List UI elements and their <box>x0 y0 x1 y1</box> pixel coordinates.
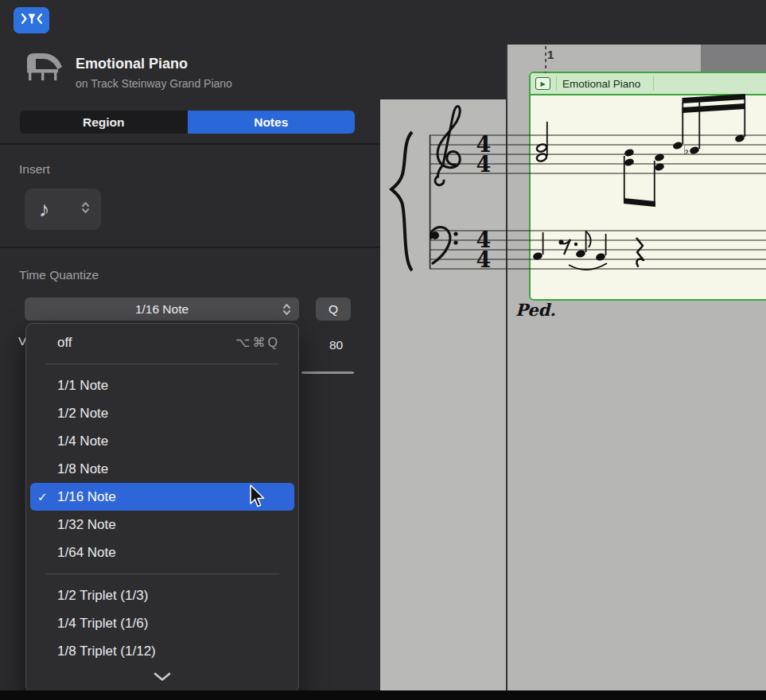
menu-item[interactable]: 1/1 Note <box>30 371 294 399</box>
menu-item-label: 1/2 Note <box>57 406 108 422</box>
menu-item[interactable]: 1/4 Triplet (1/6) <box>30 609 294 637</box>
menu-item-label: 1/4 Note <box>57 434 108 449</box>
ruler-dark-block <box>701 45 766 72</box>
eighth-note-icon: ♪ <box>39 199 50 220</box>
menu-item-label: 1/8 Triplet (1/12) <box>57 644 156 659</box>
menu-item-label: 1/32 Note <box>57 517 116 533</box>
section-divider <box>0 143 380 145</box>
menu-item-label: 1/8 Note <box>57 461 108 477</box>
mouse-cursor <box>247 484 266 512</box>
region-header: ▶ Emotional Piano <box>531 73 766 95</box>
menu-item-label: 1/16 Note <box>57 489 116 505</box>
time-quantize-value: 1/16 Note <box>135 302 189 317</box>
time-quantize-label: Time Quantize <box>19 268 99 282</box>
chevron-down-icon <box>153 671 172 685</box>
menu-item[interactable]: 1/32 Note <box>30 511 294 539</box>
section-divider <box>0 247 380 248</box>
region-header-divider <box>556 76 557 91</box>
region-header-divider <box>653 76 654 91</box>
menu-separator <box>45 574 279 574</box>
menu-item-label: 1/64 Note <box>57 545 116 561</box>
region-notes-segmented-control: Region Notes <box>20 111 355 134</box>
menu-item[interactable]: 1/8 Note <box>30 455 294 483</box>
score-background-left <box>380 99 507 690</box>
menu-item-label: 1/4 Triplet (1/6) <box>57 616 148 632</box>
region-play-button[interactable]: ▶ <box>535 77 550 90</box>
measure-start-line <box>506 45 507 690</box>
chevron-updown-icon <box>81 200 90 218</box>
menu-item-label: off <box>57 335 72 351</box>
menu-item-shortcut: ⌥⌘Q <box>235 335 280 350</box>
tab-region[interactable]: Region <box>20 111 188 134</box>
track-subtitle: on Track Steinway Grand Piano <box>76 77 232 90</box>
midi-filter-icon <box>21 12 43 29</box>
menu-item[interactable]: 1/4 Note <box>30 427 294 455</box>
q-button-label: Q <box>329 302 338 317</box>
grand-piano-icon <box>21 48 64 84</box>
checkmark-icon: ✓ <box>37 490 55 504</box>
menu-separator <box>45 364 279 364</box>
velocity-slider[interactable] <box>301 371 354 374</box>
menu-item-label: 1/2 Triplet (1/3) <box>57 588 148 604</box>
menu-item[interactable]: 1/8 Triplet (1/12) <box>30 637 294 665</box>
track-title: Emotional Piano <box>76 56 188 72</box>
menu-item[interactable]: 1/2 Note <box>30 399 294 427</box>
playhead-dashed-line <box>545 46 546 73</box>
velocity-value: 80 <box>329 338 343 352</box>
tab-notes[interactable]: Notes <box>188 111 356 134</box>
region-title: Emotional Piano <box>562 78 640 90</box>
menu-scroll-more[interactable] <box>26 667 298 689</box>
garageband-window: Emotional Piano on Track Steinway Grand … <box>0 0 766 700</box>
menu-item[interactable]: 1/64 Note <box>30 539 294 566</box>
menu-item[interactable]: 1/2 Triplet (1/3) <box>30 581 294 609</box>
insert-section-label: Insert <box>19 162 50 177</box>
menu-item-off[interactable]: off ⌥⌘Q <box>30 329 294 356</box>
midi-in-filter-button[interactable] <box>14 7 49 33</box>
menu-item-label: 1/1 Note <box>57 378 108 394</box>
velocity-label-clipped: Velocity <box>18 334 25 350</box>
midi-region-emotional-piano[interactable]: ▶ Emotional Piano <box>529 72 766 301</box>
quantize-strength-q-button[interactable]: Q <box>316 298 351 321</box>
window-bottom-edge <box>0 690 766 700</box>
ruler-bar-number[interactable]: 1 <box>547 48 554 61</box>
time-quantize-select[interactable]: 1/16 Note <box>25 298 299 321</box>
insert-note-value-dropdown[interactable]: ♪ <box>25 189 101 230</box>
chevron-updown-icon <box>282 302 291 320</box>
